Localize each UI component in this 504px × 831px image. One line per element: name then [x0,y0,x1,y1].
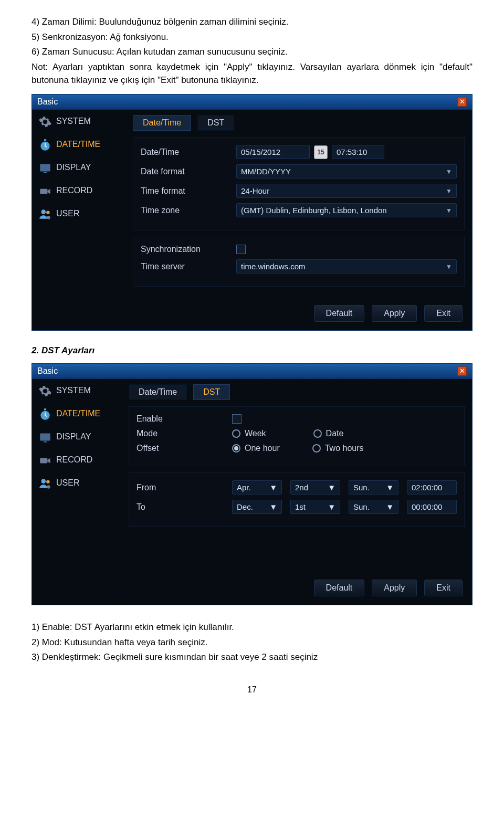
camera-icon [38,454,52,466]
time-server-select[interactable]: time.windows.com ▼ [236,259,457,274]
label-enable: Enable [136,414,232,424]
radio-label: Date [326,429,344,438]
sidebar-item-record[interactable]: RECORD [32,179,125,202]
sidebar-item-record[interactable]: RECORD [32,448,121,471]
sidebar: SYSTEM DATE/TIME DISPLAY RECORD USER [32,379,121,605]
radio-label: Week [245,429,266,438]
calendar-icon[interactable]: 15 [314,145,328,159]
label-sync: Synchronization [141,245,236,254]
default-button[interactable]: Default [314,305,365,322]
exit-button[interactable]: Exit [424,305,463,322]
time-format-select[interactable]: 24-Hour ▼ [236,184,457,198]
chevron-down-icon: ▼ [446,187,452,195]
to-month-select[interactable]: Dec.▼ [232,500,282,514]
date-input[interactable]: 05/15/2012 [236,145,310,159]
sidebar-item-label: DATE/TIME [56,409,100,418]
chevron-down-icon: ▼ [386,483,394,492]
tab-datetime[interactable]: Date/Time [129,384,187,400]
to-week-select[interactable]: 1st▼ [290,500,340,514]
close-icon[interactable]: ✕ [457,366,467,376]
select-value: MM/DD/YYYY [241,167,291,176]
select-value: 1st [295,502,306,511]
offset-one-hour-radio[interactable] [232,444,240,453]
sidebar-item-label: DATE/TIME [56,140,100,149]
mode-date-radio[interactable] [313,429,322,438]
doc-line-after-3: 3) Denkleştirmek: Geçikmeli sure kısmınd… [32,651,472,664]
tab-dst[interactable]: DST [193,384,230,400]
doc-line-1: 4) Zaman Dilimi: Buulunduğunuz bölgenin … [32,16,472,29]
svg-point-6 [46,211,50,215]
from-week-select[interactable]: 2nd▼ [290,480,340,495]
chevron-down-icon: ▼ [446,207,452,214]
label-time-server: Time server [141,262,236,271]
sidebar-item-system[interactable]: SYSTEM [32,110,125,133]
select-value: Sun. [353,483,370,492]
sidebar-item-user[interactable]: USER [32,202,125,225]
from-time-input[interactable]: 02:00:00 [407,480,457,495]
to-time-input[interactable]: 00:00:00 [407,500,457,514]
sidebar-item-label: RECORD [56,455,92,465]
svg-point-13 [41,479,46,484]
sidebar-item-display[interactable]: DISPLAY [32,156,125,179]
doc-line-after-2: 2) Mod: Kutusundan hafta veya tarih seçi… [32,636,472,649]
svg-rect-11 [44,441,47,443]
label-date-format: Date format [141,167,236,176]
to-day-select[interactable]: Sun.▼ [349,500,398,514]
camera-icon [38,184,52,197]
sidebar-item-datetime[interactable]: DATE/TIME [32,402,121,425]
doc-line-3: 6) Zaman Sunucusu: Açılan kutudan zaman … [32,46,472,59]
svg-rect-10 [40,434,50,441]
svg-rect-12 [40,458,47,464]
sidebar-item-system[interactable]: SYSTEM [32,379,121,402]
sidebar-item-label: USER [56,209,79,218]
tab-dst[interactable]: DST [197,115,234,131]
apply-button[interactable]: Apply [372,305,417,322]
sidebar-item-display[interactable]: DISPLAY [32,425,121,448]
label-datetime: Date/Time [141,148,236,157]
offset-two-hours-radio[interactable] [312,444,321,453]
close-icon[interactable]: ✕ [457,97,467,107]
default-button[interactable]: Default [314,580,365,596]
mode-week-radio[interactable] [232,429,240,438]
radio-label: One hour [245,444,280,453]
gear-icon [38,115,52,128]
sidebar-item-user[interactable]: USER [32,471,121,495]
heading-dst: 2. DST Ayarları [32,345,472,356]
sidebar-item-label: DISPLAY [56,432,91,441]
doc-line-4: Not: Ayarları yaptıktan sonra kaydetmek … [32,61,472,87]
label-time-format: Time format [141,186,236,196]
chevron-down-icon: ▼ [446,168,452,175]
settings-panel-2: Basic ✕ SYSTEM DATE/TIME DISPLAY RECORD [32,363,472,605]
user-icon [38,477,52,489]
exit-button[interactable]: Exit [424,580,463,596]
enable-checkbox[interactable] [232,414,242,424]
time-input[interactable]: 07:53:10 [332,145,384,159]
from-day-select[interactable]: Sun.▼ [349,480,398,495]
select-value: Dec. [237,502,253,511]
chevron-down-icon: ▼ [328,483,335,492]
svg-point-14 [46,480,50,484]
chevron-down-icon: ▼ [269,502,277,511]
svg-rect-4 [40,189,47,194]
select-value: 2nd [295,483,308,492]
select-value: time.windows.com [241,262,306,271]
display-icon [38,161,52,174]
doc-line-2: 5) Senkronizasyon: Ağ fonksiyonu. [32,31,472,44]
sidebar-item-label: RECORD [56,186,92,195]
apply-button[interactable]: Apply [372,580,417,596]
svg-point-7 [47,216,50,219]
radio-label: Two hours [325,444,364,453]
date-format-select[interactable]: MM/DD/YYYY ▼ [236,164,457,178]
clock-icon [38,138,52,151]
sync-checkbox[interactable] [236,245,246,254]
sidebar-item-datetime[interactable]: DATE/TIME [32,133,125,156]
sidebar-item-label: USER [56,478,79,488]
sidebar: SYSTEM DATE/TIME DISPLAY RECORD USER [32,110,125,330]
sidebar-item-label: DISPLAY [56,163,91,172]
select-value: 24-Hour [241,186,269,195]
tab-datetime[interactable]: Date/Time [133,115,191,131]
chevron-down-icon: ▼ [386,502,394,511]
time-zone-select[interactable]: (GMT) Dublin, Edinburgh, Lisbon, London … [236,203,457,217]
from-month-select[interactable]: Apr.▼ [232,480,282,495]
svg-rect-1 [44,139,46,141]
